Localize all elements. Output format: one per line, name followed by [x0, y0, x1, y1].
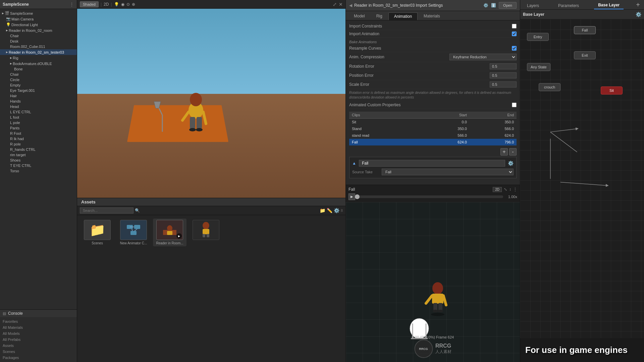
- play-btn[interactable]: ▶: [348, 193, 355, 200]
- sidebar-scenes[interactable]: Scenes: [0, 349, 77, 355]
- clip-row-stand[interactable]: Stand 350.0 566.0: [349, 125, 517, 132]
- clip-row-fall[interactable]: Fall 624.0 796.0: [349, 139, 517, 145]
- asset-item-animator[interactable]: New Animator C...: [117, 219, 150, 246]
- asset-item-reader[interactable]: ▶ Reader in Room...: [153, 219, 186, 246]
- render-icon[interactable]: ◉: [121, 2, 124, 7]
- asset-item-scenes[interactable]: 📁 Scenes: [80, 219, 114, 246]
- tree-item-torso[interactable]: Torso: [0, 168, 77, 174]
- tree-item-chair2[interactable]: Chair: [0, 72, 77, 77]
- tree-item-bone[interactable]: Bone: [0, 66, 77, 72]
- tree-item-r-foot[interactable]: R Foot: [0, 131, 77, 136]
- tree-item-desk[interactable]: Desk: [0, 39, 77, 44]
- timeline-icon1[interactable]: ⤡: [504, 187, 507, 192]
- maximize-icon[interactable]: ⤢: [333, 2, 337, 7]
- clip-name-input[interactable]: [359, 160, 505, 167]
- tree-item-r-hands[interactable]: R_hands CTRL: [0, 147, 77, 152]
- node-any-state[interactable]: Any State: [527, 63, 550, 71]
- position-error-input[interactable]: [490, 72, 517, 78]
- tree-item-pants[interactable]: Pants: [0, 125, 77, 131]
- sidebar-assets[interactable]: Assets: [0, 343, 77, 349]
- node-fall[interactable]: Fall: [574, 26, 596, 34]
- scale-error-input[interactable]: [490, 81, 517, 87]
- tree-item-room-cube[interactable]: Room.002_Cube.011: [0, 44, 77, 49]
- add-clip-btn[interactable]: +: [500, 148, 508, 156]
- sidebar-favorites[interactable]: Favorites: [0, 318, 77, 324]
- right-tab-parameters[interactable]: Parameters: [554, 2, 583, 9]
- tree-item-head[interactable]: Head: [0, 104, 77, 109]
- sidebar-packages[interactable]: Packages: [0, 355, 77, 361]
- tree-item-hair[interactable]: Hair: [0, 93, 77, 99]
- settings-icon[interactable]: ⚙️: [334, 208, 339, 213]
- tree-item-shoes[interactable]: Shoes: [0, 158, 77, 163]
- tab-materials[interactable]: Materials: [418, 12, 445, 20]
- tab-model[interactable]: Model: [348, 12, 370, 20]
- resample-check[interactable]: [512, 46, 517, 51]
- tree-item-circle[interactable]: Circle: [0, 77, 77, 82]
- close-viewport-icon[interactable]: ✕: [339, 2, 343, 7]
- assets-search-input[interactable]: [80, 207, 133, 214]
- tree-item-eye-target[interactable]: Eye Target.001: [0, 88, 77, 93]
- tree-item-main-camera[interactable]: 📷 Main Camera: [0, 16, 77, 22]
- tree-item-dir-light[interactable]: 💡 Directional Light: [0, 22, 77, 27]
- tree-item-t-eye-ctrl[interactable]: T EYE CTRL: [0, 163, 77, 168]
- animated-custom-check[interactable]: [512, 103, 517, 107]
- timeline-icon2[interactable]: ↕: [509, 187, 511, 192]
- node-exit[interactable]: Exit: [574, 51, 596, 59]
- tree-item-chair[interactable]: Chair: [0, 33, 77, 39]
- import-constraints-check[interactable]: [512, 24, 517, 28]
- rotation-error-input[interactable]: [490, 63, 517, 69]
- import-animation-check[interactable]: [512, 32, 517, 36]
- sidebar-all-materials[interactable]: All Materials: [0, 324, 77, 330]
- tree-item-rig[interactable]: ▸ Rig: [0, 55, 77, 61]
- folder-icon-btn[interactable]: 📁: [320, 208, 325, 213]
- open-button[interactable]: Open: [499, 2, 517, 9]
- add-layer-btn[interactable]: +: [635, 1, 641, 9]
- tree-item-l-foot[interactable]: L foot: [0, 115, 77, 120]
- pencil-icon[interactable]: ✏️: [327, 208, 332, 213]
- tree-item-l-eye-ctrl[interactable]: L EYE CTRL: [0, 109, 77, 115]
- tree-item-hands[interactable]: Hands: [0, 99, 77, 104]
- clip-gear-icon[interactable]: ⚙️: [508, 161, 514, 166]
- timeline-menu-icon[interactable]: ⋮: [513, 187, 517, 192]
- view-2d-icon[interactable]: 2D: [104, 2, 109, 7]
- sidebar-all-models[interactable]: All Models: [0, 330, 77, 337]
- settings-icon-header[interactable]: ⚙️: [483, 3, 488, 8]
- clip-row-stand-read[interactable]: stand read 566.0 624.0: [349, 132, 517, 139]
- tree-item-rim-target[interactable]: rim target: [0, 152, 77, 158]
- gizmo-icon[interactable]: ⊕: [132, 2, 135, 7]
- tab-animation[interactable]: Animation: [388, 12, 418, 20]
- play-overlay[interactable]: ▶: [176, 233, 182, 239]
- right-tab-base-layer[interactable]: Base Layer: [594, 1, 624, 9]
- node-graph[interactable]: Entry Fall Exit Any State crouch: [520, 19, 644, 338]
- overlay-icon[interactable]: ⊙: [126, 2, 130, 7]
- node-sit[interactable]: Sit: [601, 86, 623, 95]
- timeline-track[interactable]: [357, 195, 503, 198]
- tree-item-r-ik-had[interactable]: R Ik had: [0, 136, 77, 141]
- preview-char-svg: [409, 275, 449, 342]
- info-icon[interactable]: ℹ️: [491, 3, 496, 8]
- tree-item-empty[interactable]: Empty: [0, 82, 77, 88]
- right-tab-layers[interactable]: Layers: [523, 2, 543, 9]
- node-crouch[interactable]: crouch: [539, 83, 560, 91]
- tree-item-l-pole[interactable]: L pole: [0, 120, 77, 125]
- timeline-thumb[interactable]: [355, 194, 360, 199]
- shading-mode-btn[interactable]: Shaded: [80, 1, 99, 7]
- source-take-select[interactable]: Fall: [382, 169, 514, 175]
- tree-item-reader-room[interactable]: ▸ Reader in Room_02_room: [0, 27, 77, 33]
- import-constraints-row: Import Constraints: [349, 22, 517, 30]
- hierarchy-options-icon[interactable]: ⋮: [69, 2, 74, 7]
- node-entry[interactable]: Entry: [527, 33, 549, 41]
- clip-row-sit[interactable]: Sit 0.0 350.0: [349, 119, 517, 126]
- tab-rig[interactable]: Rig: [371, 12, 388, 20]
- tree-item-reader-tester[interactable]: ▸ Reader in Room_02_sm_tester03: [0, 49, 77, 55]
- light-icon[interactable]: 💡: [114, 2, 119, 7]
- sidebar-all-prefabs[interactable]: All Prefabs: [0, 337, 77, 343]
- asset-item-extra1[interactable]: [189, 219, 223, 243]
- tree-item-r-pole[interactable]: R pole: [0, 141, 77, 147]
- tree-item-bookarmature[interactable]: ▸ BookArmature.dOUBLE: [0, 61, 77, 66]
- base-layer-gear-icon[interactable]: ⚙️: [636, 12, 641, 17]
- remove-clip-btn[interactable]: -: [509, 148, 517, 156]
- timeline-2d-btn[interactable]: 2D: [493, 187, 502, 192]
- tree-item-sample-scene[interactable]: ▸ 🎬 SampleScene: [0, 10, 77, 16]
- anim-compression-select[interactable]: Keyframe Reduction: [449, 54, 517, 60]
